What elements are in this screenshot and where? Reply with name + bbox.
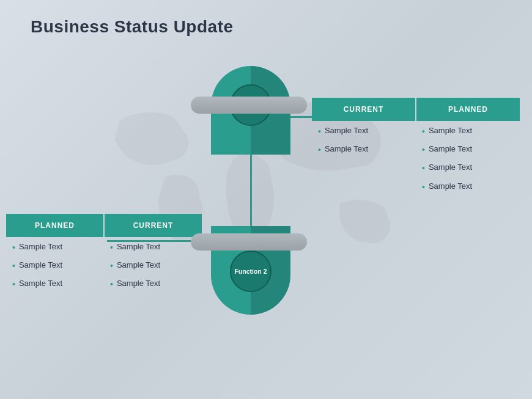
bullet-icon: •: [12, 242, 15, 253]
bullet-icon: •: [422, 181, 425, 192]
function1-current-col: • Sample Text • Sample Text: [312, 126, 416, 200]
list-item: • Sample Text: [12, 279, 98, 290]
list-item: • Sample Text: [12, 260, 98, 271]
planned-item-3: Sample Text: [429, 163, 472, 172]
right-connector: [290, 116, 327, 118]
list-item: • Sample Text: [318, 126, 410, 137]
f2-current-item-1: Sample Text: [117, 242, 160, 251]
f2-current-item-3: Sample Text: [117, 279, 160, 288]
function2-table-header: PLANNED CURRENT: [6, 214, 202, 237]
f2-current-item-2: Sample Text: [117, 260, 160, 269]
f2-planned-item-3: Sample Text: [19, 279, 62, 288]
bullet-icon: •: [422, 144, 425, 155]
list-item: • Sample Text: [422, 126, 514, 137]
list-item: • Sample Text: [318, 144, 410, 155]
f2-current-header: CURRENT: [105, 214, 202, 237]
bullet-icon: •: [422, 126, 425, 137]
bullet-icon: •: [110, 260, 113, 271]
function2-planned-col: • Sample Text • Sample Text • Sample Tex…: [6, 242, 104, 298]
bullet-icon: •: [318, 144, 321, 155]
function1-planned-col: • Sample Text • Sample Text • Sample Tex…: [416, 126, 520, 200]
function2-table: PLANNED CURRENT • Sample Text • Sample T…: [6, 214, 202, 298]
bullet-icon: •: [110, 242, 113, 253]
function2-table-body: • Sample Text • Sample Text • Sample Tex…: [6, 237, 202, 298]
current-item-1: Sample Text: [325, 126, 368, 135]
list-item: • Sample Text: [422, 163, 514, 174]
bullet-icon: •: [12, 279, 15, 290]
ribbon-function1: [191, 97, 307, 114]
list-item: • Sample Text: [110, 242, 196, 253]
page-title: Business Status Update: [31, 17, 234, 37]
list-item: • Sample Text: [422, 181, 514, 192]
bullet-icon: •: [12, 260, 15, 271]
function1-table-header: CURRENT PLANNED: [312, 98, 520, 121]
list-item: • Sample Text: [110, 279, 196, 290]
planned-header: PLANNED: [416, 98, 520, 121]
current-item-2: Sample Text: [325, 144, 368, 153]
list-item: • Sample Text: [110, 260, 196, 271]
f2-planned-item-2: Sample Text: [19, 260, 62, 269]
function2-current-col: • Sample Text • Sample Text • Sample Tex…: [104, 242, 202, 298]
function2-label: Function 2: [230, 251, 272, 292]
planned-item-1: Sample Text: [429, 126, 472, 135]
planned-item-2: Sample Text: [429, 144, 472, 153]
f2-planned-item-1: Sample Text: [19, 242, 62, 251]
list-item: • Sample Text: [422, 144, 514, 155]
planned-item-4: Sample Text: [429, 181, 472, 191]
list-item: • Sample Text: [12, 242, 98, 253]
function1-table-body: • Sample Text • Sample Text • Sample Tex…: [312, 121, 520, 200]
bullet-icon: •: [110, 279, 113, 290]
bullet-icon: •: [318, 126, 321, 137]
ribbon-function2: [191, 233, 307, 251]
f2-planned-header: PLANNED: [6, 214, 103, 237]
current-header: CURRENT: [312, 98, 415, 121]
function1-table: CURRENT PLANNED • Sample Text • Sample T…: [312, 98, 520, 200]
bullet-icon: •: [422, 163, 425, 174]
